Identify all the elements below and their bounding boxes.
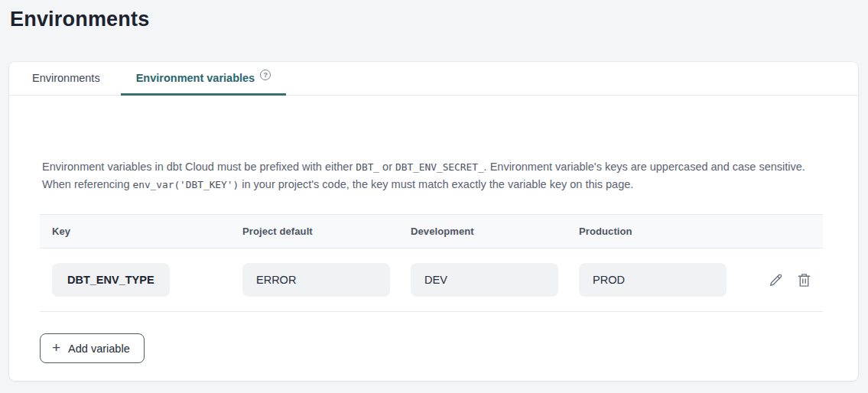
tab-environment-variables[interactable]: Environment variables ? xyxy=(121,62,287,96)
development-value: DEV xyxy=(411,263,558,297)
column-header-project-default: Project default xyxy=(230,226,398,237)
trash-icon xyxy=(797,272,811,288)
environments-page: Environments Environments Environment va… xyxy=(0,7,868,381)
column-header-key: Key xyxy=(40,226,230,237)
description-segment: in your project's code, the key must mat… xyxy=(239,178,633,190)
description-segment: Environment variables in dbt Cloud must … xyxy=(42,161,356,173)
cell-actions xyxy=(735,271,823,288)
tab-environments-label: Environments xyxy=(32,72,100,84)
variable-key-value: DBT_ENV_TYPE xyxy=(52,263,170,297)
table-row: DBT_ENV_TYPE ERROR DEV PROD xyxy=(40,248,823,312)
pencil-icon xyxy=(768,272,784,288)
description-segment: or xyxy=(379,161,395,173)
tab-panel-environment-variables: Environment variables in dbt Cloud must … xyxy=(9,158,858,363)
column-header-development: Development xyxy=(398,226,567,237)
table-header-row: Key Project default Development Producti… xyxy=(40,215,823,248)
tab-environment-variables-label: Environment variables xyxy=(136,72,255,84)
tab-bar: Environments Environment variables ? xyxy=(9,62,858,96)
code-env-var: env_var('DBT_KEY') xyxy=(132,179,239,190)
project-default-value: ERROR xyxy=(242,263,390,297)
add-variable-button[interactable]: + Add variable xyxy=(40,333,145,363)
add-variable-label: Add variable xyxy=(68,343,130,355)
tab-environments[interactable]: Environments xyxy=(17,62,115,96)
production-value: PROD xyxy=(579,263,727,297)
cell-project-default: ERROR xyxy=(230,263,398,297)
edit-variable-button[interactable] xyxy=(767,271,784,288)
cell-development: DEV xyxy=(398,263,567,297)
variables-table: Key Project default Development Producti… xyxy=(40,214,823,312)
plus-icon: + xyxy=(52,340,60,355)
description-text: Environment variables in dbt Cloud must … xyxy=(40,158,824,193)
description-segment: When referencing xyxy=(42,178,132,190)
code-dbt-prefix: DBT_ xyxy=(356,161,379,173)
cell-production: PROD xyxy=(567,263,735,297)
content-card: Environments Environment variables ? Env… xyxy=(9,62,858,381)
delete-variable-button[interactable] xyxy=(795,271,812,288)
code-dbt-env-secret-prefix: DBT_ENV_SECRET_ xyxy=(395,161,484,173)
page-title: Environments xyxy=(10,7,868,32)
description-segment: . Environment variable's keys are upperc… xyxy=(484,161,805,173)
help-icon[interactable]: ? xyxy=(260,70,271,80)
cell-key: DBT_ENV_TYPE xyxy=(40,263,230,297)
column-header-production: Production xyxy=(567,226,735,237)
